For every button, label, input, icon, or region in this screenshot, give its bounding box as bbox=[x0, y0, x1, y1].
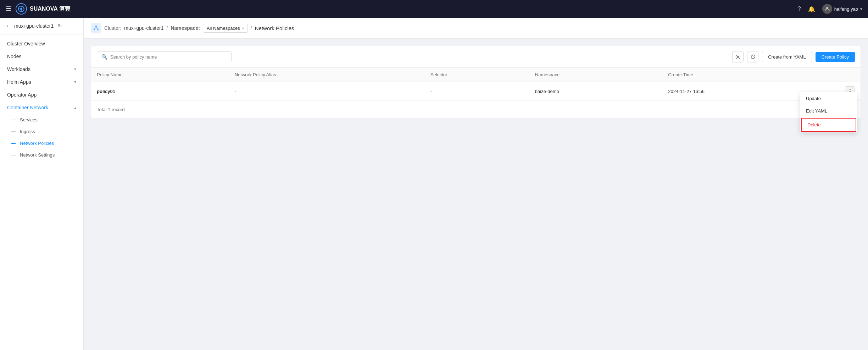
sidebar-item-services[interactable]: Services bbox=[0, 114, 83, 126]
toolbar: 🔍 Cr bbox=[91, 46, 861, 68]
context-menu-delete[interactable]: Delete bbox=[801, 118, 856, 132]
svg-line-10 bbox=[94, 27, 96, 29]
search-box[interactable]: 🔍 bbox=[97, 51, 232, 62]
svg-line-11 bbox=[96, 27, 98, 29]
create-from-yaml-button[interactable]: Create from YAML bbox=[762, 52, 812, 62]
table-footer: Total 1 record ‹ / 1 › bbox=[91, 101, 861, 118]
sidebar-item-cluster-overview[interactable]: Cluster Overview bbox=[0, 37, 83, 50]
cell-namespace: baize-demo bbox=[529, 82, 662, 101]
bell-icon[interactable]: 🔔 bbox=[808, 6, 815, 12]
back-arrow-icon: ← bbox=[6, 23, 11, 29]
context-menu-edit-yaml[interactable]: Edit YAML bbox=[800, 105, 857, 117]
context-menu: Update Edit YAML Delete bbox=[800, 92, 857, 132]
sidebar-item-label: Network Policies bbox=[20, 141, 54, 146]
policies-table: Policy Name Network Policy Alias Selecto… bbox=[91, 68, 861, 101]
cell-selector: - bbox=[425, 82, 529, 101]
sidebar: ← muxi-gpu-cluster1 ↻ Cluster Overview N… bbox=[0, 18, 84, 350]
sidebar-item-label: Network Settings bbox=[20, 152, 55, 158]
sidebar-item-label: Cluster Overview bbox=[7, 41, 45, 47]
chevron-up-icon: ▴ bbox=[74, 105, 76, 110]
svg-point-7 bbox=[95, 26, 97, 27]
search-input[interactable] bbox=[110, 54, 227, 60]
navbar-left: ☰ SUANOVA 算豐 bbox=[6, 3, 71, 15]
sidebar-item-label: Workloads bbox=[7, 66, 30, 72]
sidebar-item-label: Nodes bbox=[7, 54, 21, 59]
svg-point-9 bbox=[97, 29, 99, 31]
navbar-right: ? 🔔 haifeng.yao ▾ bbox=[798, 4, 862, 14]
col-namespace: Namespace bbox=[529, 68, 662, 82]
table-row: policy01 - - baize-demo 2024-11-27 16:56… bbox=[91, 82, 861, 101]
sidebar-item-label: Services bbox=[20, 117, 38, 122]
sidebar-item-network-settings[interactable]: Network Settings bbox=[0, 149, 83, 161]
logo-icon bbox=[16, 3, 27, 15]
user-avatar bbox=[822, 4, 832, 14]
sidebar-item-container-network[interactable]: Container Network ▴ bbox=[0, 101, 83, 114]
search-icon: 🔍 bbox=[101, 54, 107, 60]
content-card: 🔍 Cr bbox=[91, 46, 861, 118]
chevron-down-icon: ▾ bbox=[74, 67, 76, 72]
svg-point-8 bbox=[93, 29, 95, 31]
svg-point-12 bbox=[737, 56, 739, 58]
logo: SUANOVA 算豐 bbox=[16, 3, 71, 15]
main-content: Cluster: muxi-gpu-cluster1 / Namespace: … bbox=[84, 18, 868, 350]
create-policy-button[interactable]: Create Policy bbox=[816, 52, 855, 62]
col-selector: Selector bbox=[425, 68, 529, 82]
dash-icon bbox=[11, 131, 16, 132]
svg-point-1 bbox=[20, 8, 22, 10]
layout: ← muxi-gpu-cluster1 ↻ Cluster Overview N… bbox=[0, 18, 868, 350]
sidebar-item-nodes[interactable]: Nodes bbox=[0, 50, 83, 63]
dash-icon bbox=[11, 120, 16, 120]
namespace-value: All Namespaces bbox=[207, 26, 240, 31]
cell-policy-name: policy01 bbox=[91, 82, 229, 101]
sidebar-item-label: Ingress bbox=[20, 129, 35, 134]
cluster-value: muxi-gpu-cluster1 bbox=[124, 25, 163, 31]
back-button[interactable]: ← muxi-gpu-cluster1 ↻ bbox=[0, 18, 83, 34]
dash-icon bbox=[11, 155, 16, 155]
namespace-select[interactable]: All Namespaces ▾ bbox=[203, 24, 248, 33]
user-name: haifeng.yao bbox=[834, 6, 858, 12]
user-menu[interactable]: haifeng.yao ▾ bbox=[822, 4, 862, 14]
sidebar-item-label: Operator App bbox=[7, 92, 37, 98]
chevron-down-icon: ▾ bbox=[242, 26, 244, 30]
breadcrumb: Cluster: muxi-gpu-cluster1 / Namespace: … bbox=[84, 18, 868, 39]
total-records: Total 1 record bbox=[97, 107, 125, 112]
user-chevron-icon: ▾ bbox=[860, 7, 862, 11]
sidebar-item-helm-apps[interactable]: Helm Apps ▾ bbox=[0, 76, 83, 88]
sidebar-item-label: Helm Apps bbox=[7, 79, 31, 85]
sidebar-item-label: Container Network bbox=[7, 105, 48, 110]
col-actions bbox=[839, 68, 861, 82]
namespace-label: Namespace: bbox=[171, 25, 200, 31]
sidebar-item-network-policies[interactable]: Network Policies bbox=[0, 137, 83, 149]
refresh-button[interactable] bbox=[747, 51, 758, 62]
cluster-label: Cluster: bbox=[104, 25, 121, 31]
hamburger-icon[interactable]: ☰ bbox=[6, 5, 11, 13]
table-wrap: Policy Name Network Policy Alias Selecto… bbox=[91, 68, 861, 101]
dash-icon bbox=[11, 143, 16, 144]
sidebar-nav: Cluster Overview Nodes Workloads ▾ Helm … bbox=[0, 34, 83, 164]
sidebar-item-ingress[interactable]: Ingress bbox=[0, 126, 83, 137]
logo-text: SUANOVA 算豐 bbox=[30, 5, 71, 13]
settings-button[interactable] bbox=[732, 51, 744, 62]
cluster-name: muxi-gpu-cluster1 bbox=[14, 23, 54, 29]
help-icon[interactable]: ? bbox=[798, 6, 801, 12]
sidebar-item-operator-app[interactable]: Operator App bbox=[0, 88, 83, 101]
navbar: ☰ SUANOVA 算豐 ? 🔔 bbox=[0, 0, 868, 18]
breadcrumb-sep-2: / bbox=[251, 25, 252, 31]
context-menu-update[interactable]: Update bbox=[800, 92, 857, 105]
refresh-icon[interactable]: ↻ bbox=[58, 23, 62, 29]
col-alias: Network Policy Alias bbox=[229, 68, 425, 82]
cell-alias: - bbox=[229, 82, 425, 101]
breadcrumb-sep-1: / bbox=[167, 25, 168, 31]
col-create-time: Create Time bbox=[662, 68, 839, 82]
toolbar-actions: Create from YAML Create Policy bbox=[732, 51, 855, 62]
sidebar-item-workloads[interactable]: Workloads ▾ bbox=[0, 63, 83, 76]
chevron-down-icon: ▾ bbox=[74, 80, 76, 84]
page-title: Network Policies bbox=[255, 25, 294, 31]
col-policy-name: Policy Name bbox=[91, 68, 229, 82]
cluster-icon bbox=[91, 23, 101, 33]
